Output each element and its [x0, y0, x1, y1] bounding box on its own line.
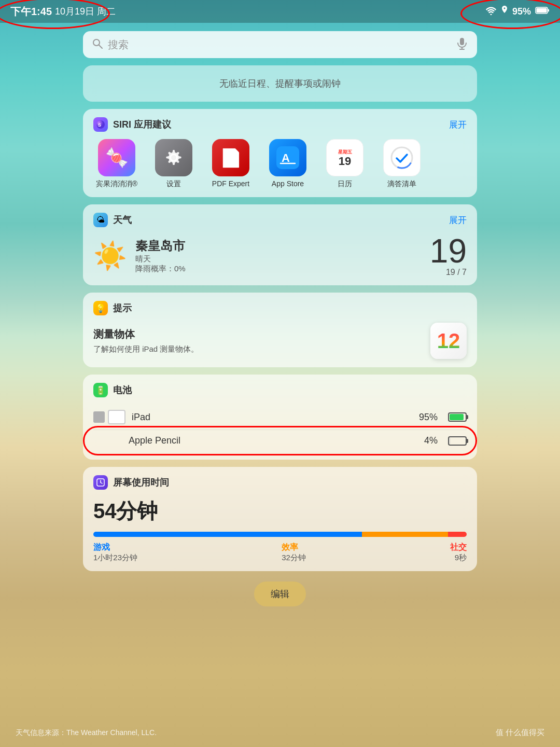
svg-line-5: [99, 45, 102, 48]
tips-header-left: 💡 提示: [93, 301, 132, 315]
app-item-candy[interactable]: 🍬 宾果消消消®: [93, 139, 140, 189]
screentime-header-left: 屏幕使用时间: [93, 475, 169, 490]
battery-header: 🔋 电池: [93, 383, 467, 397]
tips-widget: 💡 提示 测量物体 了解如何使用 iPad 测量物体。 12: [83, 293, 477, 367]
cal-day: 19: [339, 156, 351, 167]
app-label-calendar: 日历: [338, 179, 352, 189]
no-event-card: 无临近日程、提醒事项或闹钟: [83, 65, 477, 102]
tips-icon: 💡: [93, 301, 108, 315]
weather-icon: 🌤: [93, 213, 108, 227]
cat-social-label: 社交: [450, 542, 467, 553]
svg-text:S: S: [98, 122, 101, 128]
pencil-battery-bar: [448, 436, 467, 446]
svg-point-0: [490, 13, 492, 15]
status-right: 95%: [485, 6, 550, 18]
screentime-widget: 屏幕使用时间 54分钟 游戏 1小时23分钟 效率 32分钟 社交 9秒: [83, 467, 477, 571]
tips-header: 💡 提示: [93, 301, 467, 315]
svg-point-4: [93, 39, 100, 46]
footer-source: 天气信息来源：The Weather Channel, LLC.: [16, 728, 157, 738]
ios12-number: 12: [437, 329, 460, 353]
app-item-appstore[interactable]: A App Store: [264, 139, 311, 189]
search-bar[interactable]: 搜索: [83, 31, 477, 58]
siri-widget: S SIRI 应用建议 展开 🍬 宾果消消消®: [83, 109, 477, 197]
bar-game: [93, 532, 362, 537]
pencil-name: Apple Pencil: [129, 435, 418, 446]
app-item-pdf[interactable]: 📄 PDF Expert: [207, 139, 254, 189]
weather-left: ☀️ 秦皇岛市 晴天 降雨概率：0%: [93, 238, 186, 274]
status-time: 下午1:45: [10, 5, 52, 19]
screentime-categories: 游戏 1小时23分钟 效率 32分钟 社交 9秒: [93, 542, 467, 563]
weather-temp: 19 19 / 7: [430, 234, 467, 277]
svg-rect-3: [548, 9, 550, 11]
weather-header: 🌤 天气 展开: [93, 213, 467, 227]
ipad-icon: [108, 410, 125, 424]
weather-title: 天气: [113, 214, 132, 226]
app-label-pdf: PDF Expert: [212, 179, 249, 188]
tips-content: 测量物体 了解如何使用 iPad 测量物体。 12: [93, 323, 467, 359]
svg-rect-14: [388, 144, 415, 171]
ios12-badge: 12: [430, 323, 467, 359]
battery-percent: 95%: [512, 6, 531, 17]
bar-social: [448, 532, 467, 537]
siri-expand-btn[interactable]: 展开: [449, 119, 467, 131]
battery-icon: [535, 6, 550, 17]
edit-button[interactable]: 编辑: [254, 582, 306, 606]
mic-icon[interactable]: [456, 37, 468, 52]
search-placeholder: 搜索: [108, 38, 451, 52]
weather-city: 秦皇岛市: [135, 238, 186, 254]
cat-game-label: 游戏: [93, 542, 137, 553]
weather-condition: 晴天: [135, 254, 186, 264]
pencil-battery-fill: [450, 438, 450, 444]
app-label-settings: 设置: [166, 179, 181, 189]
svg-text:A: A: [282, 151, 290, 164]
cat-efficiency: 效率 32分钟: [282, 542, 306, 563]
weather-expand-btn[interactable]: 展开: [449, 214, 467, 226]
screentime-bar: [93, 532, 467, 537]
svg-rect-2: [537, 8, 547, 12]
search-icon: [92, 38, 103, 51]
weather-rain: 降雨概率：0%: [135, 264, 186, 274]
svg-rect-6: [460, 38, 464, 45]
battery-widget: 🔋 电池 iPad 95% Apple Pencil 4%: [83, 375, 477, 460]
app-item-calendar[interactable]: 星期五 19 日历: [321, 139, 368, 189]
bar-efficiency: [362, 532, 448, 537]
app-icon-tick: [383, 139, 421, 176]
status-date: 10月19日 周二: [55, 5, 116, 18]
app-icon-calendar: 星期五 19: [326, 139, 363, 176]
weather-big-temp: 19: [430, 234, 467, 268]
cat-game-time: 1小时23分钟: [93, 553, 137, 563]
tips-title: 提示: [113, 302, 132, 314]
cat-eff-label: 效率: [282, 542, 306, 553]
app-item-tick[interactable]: 滴答清单: [379, 139, 425, 189]
battery-row-pencil: Apple Pencil 4%: [93, 430, 467, 451]
svg-line-19: [101, 482, 102, 483]
ipad-battery-bar: [448, 412, 467, 422]
ipad-device-icons: [93, 410, 125, 424]
footer-brand: 值 什么值得买: [496, 728, 544, 738]
app-label-tick: 滴答清单: [387, 179, 416, 189]
weather-header-left: 🌤 天气: [93, 213, 132, 227]
status-bar: 下午1:45 10月19日 周二 95%: [0, 0, 560, 23]
app-label-appstore: App Store: [272, 179, 304, 188]
siri-header-left: S SIRI 应用建议: [93, 117, 171, 132]
app-icon-settings: [155, 139, 192, 176]
location-icon: [501, 6, 508, 18]
siri-icon: S: [93, 117, 108, 132]
siri-app-row: 🍬 宾果消消消® 设置 📄 PDF Expert: [93, 139, 467, 189]
app-label-candy: 宾果消消消®: [96, 179, 137, 189]
weather-widget: 🌤 天气 展开 ☀️ 秦皇岛市 晴天 降雨概率：0% 19 19 / 7: [83, 204, 477, 285]
battery-widget-icon: 🔋: [93, 383, 108, 397]
main-content: 搜索 无临近日程、提醒事项或闹钟: [0, 23, 560, 747]
screentime-header: 屏幕使用时间: [93, 475, 467, 490]
screentime-total: 54分钟: [93, 497, 467, 525]
battery-row-ipad: iPad 95%: [93, 405, 467, 430]
status-left: 下午1:45 10月19日 周二: [10, 5, 116, 19]
tips-tip-title: 测量物体: [93, 327, 199, 341]
ipad-small-icon: [93, 411, 105, 423]
edit-btn-wrap: 编辑: [83, 582, 477, 606]
app-item-settings[interactable]: 设置: [150, 139, 197, 189]
cat-eff-time: 32分钟: [282, 553, 306, 563]
cat-social: 社交 9秒: [450, 542, 467, 563]
no-event-text: 无临近日程、提醒事项或闹钟: [219, 77, 341, 90]
screentime-title: 屏幕使用时间: [113, 476, 169, 489]
